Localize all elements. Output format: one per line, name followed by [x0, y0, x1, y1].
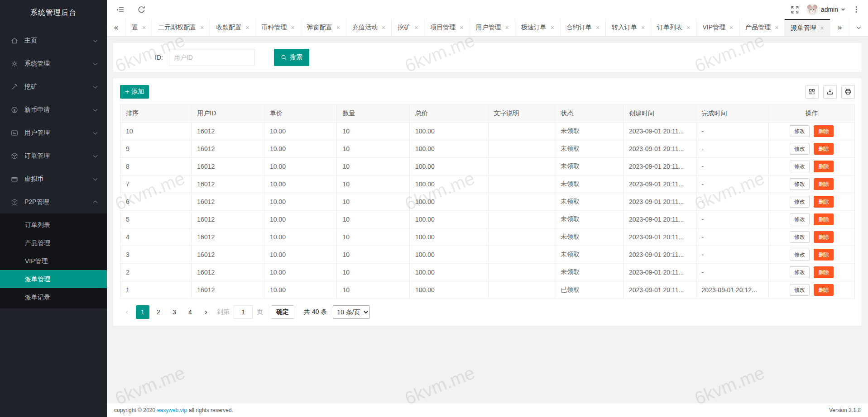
topbar-right: admin	[791, 4, 860, 15]
sidebar-subitem-dispatch[interactable]: 派单管理	[0, 270, 107, 288]
next-page-icon[interactable]: ›	[199, 305, 213, 319]
edit-button[interactable]: 修改	[790, 125, 810, 137]
delete-button[interactable]: 删除	[814, 161, 834, 172]
tab-7[interactable]: 项目管理×	[424, 19, 470, 36]
tab-0[interactable]: 置×	[126, 19, 152, 36]
delete-button[interactable]: 删除	[814, 125, 834, 137]
tab-close-icon[interactable]: ×	[551, 24, 554, 31]
tab-9[interactable]: 极速订单×	[515, 19, 561, 36]
tab-label: 项目管理	[430, 24, 456, 32]
delete-button[interactable]: 删除	[814, 213, 834, 225]
cell-price: 10.00	[264, 228, 337, 246]
tab-close-icon[interactable]: ×	[641, 24, 645, 31]
tabs-scroll-right-icon[interactable]: »	[830, 19, 849, 36]
tab-8[interactable]: 用户管理×	[470, 19, 515, 36]
tab-close-icon[interactable]: ×	[200, 24, 204, 31]
goto-page-input[interactable]	[234, 305, 253, 319]
page-number[interactable]: 4	[183, 305, 197, 319]
edit-button[interactable]: 修改	[790, 231, 810, 243]
page-number[interactable]: 1	[136, 305, 149, 319]
sidebar: 系统管理后台 主页系统管理挖矿新币申请用户管理订单管理虚拟币P2P管理订单列表产…	[0, 0, 107, 417]
prev-page-icon[interactable]: ‹	[120, 305, 134, 319]
delete-button[interactable]: 删除	[814, 231, 834, 243]
print-button[interactable]	[841, 85, 855, 99]
sidebar-item-system[interactable]: 系统管理	[0, 52, 107, 75]
tab-close-icon[interactable]: ×	[382, 24, 385, 31]
tabs-scroll-left-icon[interactable]: «	[107, 19, 126, 36]
search-button[interactable]: 搜索	[274, 49, 309, 66]
tab-2[interactable]: 收款配置×	[210, 19, 255, 36]
tab-close-icon[interactable]: ×	[291, 24, 295, 31]
tab-close-icon[interactable]: ×	[729, 24, 733, 31]
easyweb-link[interactable]: easyweb.vip	[157, 407, 187, 413]
tab-3[interactable]: 币种管理×	[256, 19, 301, 36]
tab-close-icon[interactable]: ×	[245, 24, 249, 31]
tab-close-icon[interactable]: ×	[775, 24, 778, 31]
sidebar-subitem-dispatch-log[interactable]: 派单记录	[0, 288, 107, 306]
columns-filter-button[interactable]	[805, 85, 819, 99]
cell-sort: 9	[120, 140, 192, 158]
edit-button[interactable]: 修改	[790, 178, 810, 190]
edit-button[interactable]: 修改	[790, 143, 810, 155]
edit-button[interactable]: 修改	[790, 249, 810, 261]
tab-12[interactable]: 订单列表×	[651, 19, 696, 36]
delete-button[interactable]: 删除	[814, 284, 834, 296]
page-size-select[interactable]: 10 条/页	[333, 305, 370, 319]
delete-button[interactable]: 删除	[814, 249, 834, 261]
user-menu[interactable]: admin	[806, 4, 845, 15]
cell-desc	[488, 264, 555, 281]
more-menu-icon[interactable]	[853, 5, 860, 14]
sidebar-item-orders[interactable]: 订单管理	[0, 144, 107, 167]
tab-close-icon[interactable]: ×	[336, 24, 340, 31]
tab-close-icon[interactable]: ×	[142, 24, 146, 31]
tab-10[interactable]: 合约订单×	[561, 19, 606, 36]
avatar[interactable]	[806, 4, 818, 15]
tab-1[interactable]: 二元期权配置×	[152, 19, 210, 36]
tab-11[interactable]: 转入订单×	[606, 19, 651, 36]
page-number[interactable]: 3	[168, 305, 181, 319]
tab-close-icon[interactable]: ×	[460, 24, 463, 31]
delete-button[interactable]: 删除	[814, 196, 834, 208]
sidebar-subitem-product[interactable]: 产品管理	[0, 234, 107, 252]
tab-14[interactable]: 产品管理×	[739, 19, 785, 36]
edit-button[interactable]: 修改	[790, 266, 810, 278]
add-button[interactable]: + 添加	[120, 85, 149, 99]
tab-5[interactable]: 充值活动×	[346, 19, 392, 36]
refresh-icon[interactable]	[137, 5, 146, 14]
tab-6[interactable]: 挖矿×	[392, 19, 424, 36]
fullscreen-icon[interactable]	[791, 5, 799, 14]
export-button[interactable]	[823, 85, 837, 99]
cell-actions: 修改删除	[769, 246, 855, 264]
tab-close-icon[interactable]: ×	[686, 24, 690, 31]
cell-actions: 修改删除	[769, 193, 855, 211]
search-input[interactable]	[169, 49, 255, 66]
page-number[interactable]: 2	[152, 305, 165, 319]
collapse-sidebar-icon[interactable]	[116, 5, 125, 14]
tab-15[interactable]: 派单管理×	[785, 19, 830, 36]
tabs-dropdown-icon[interactable]	[849, 19, 868, 36]
tab-close-icon[interactable]: ×	[820, 24, 824, 32]
sidebar-subitem-order-list[interactable]: 订单列表	[0, 216, 107, 234]
sidebar-item-users[interactable]: 用户管理	[0, 121, 107, 144]
search-field-label: ID:	[155, 54, 163, 61]
edit-button[interactable]: 修改	[790, 161, 810, 172]
sidebar-item-virtual-coin[interactable]: 虚拟币	[0, 167, 107, 190]
sidebar-item-label: 订单管理	[24, 152, 94, 160]
sidebar-subitem-vip[interactable]: VIP管理	[0, 252, 107, 270]
sidebar-item-p2p[interactable]: P2P管理	[0, 190, 107, 213]
delete-button[interactable]: 删除	[814, 143, 834, 155]
tab-13[interactable]: VIP管理×	[696, 19, 739, 36]
tab-close-icon[interactable]: ×	[505, 24, 509, 31]
delete-button[interactable]: 删除	[814, 266, 834, 278]
edit-button[interactable]: 修改	[790, 284, 810, 296]
edit-button[interactable]: 修改	[790, 213, 810, 225]
tab-close-icon[interactable]: ×	[596, 24, 599, 31]
sidebar-item-home[interactable]: 主页	[0, 29, 107, 52]
sidebar-item-new-coin[interactable]: 新币申请	[0, 98, 107, 121]
tab-close-icon[interactable]: ×	[414, 24, 418, 31]
delete-button[interactable]: 删除	[814, 178, 834, 190]
sidebar-item-mining[interactable]: 挖矿	[0, 75, 107, 98]
goto-confirm-button[interactable]: 确定	[271, 305, 294, 319]
tab-4[interactable]: 弹窗配置×	[301, 19, 346, 36]
edit-button[interactable]: 修改	[790, 196, 810, 208]
